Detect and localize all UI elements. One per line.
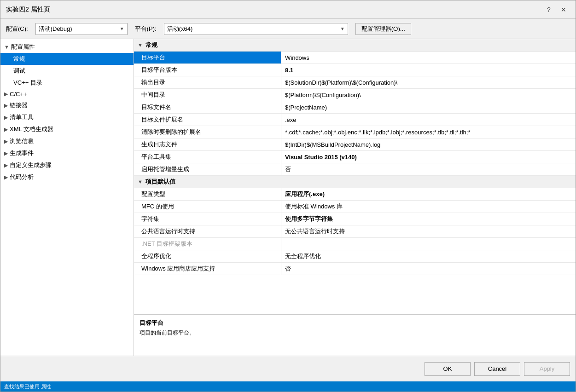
prop-name-managed-incr: 启用托管增量生成: [134, 163, 281, 175]
config-label: 配置(C):: [6, 25, 28, 33]
prop-value-inter-dir: $(Platform)\$(Configuration)\: [281, 89, 576, 101]
help-button[interactable]: ?: [542, 4, 555, 15]
prop-row-charset[interactable]: 字符集 使用多字节字符集: [134, 213, 576, 225]
desc-title: 目标平台: [140, 319, 570, 327]
sidebar-browse-label: 浏览信息: [10, 137, 34, 145]
prop-value-config-type: 应用程序(.exe): [281, 188, 576, 200]
desc-panel: 目标平台 项目的当前目标平台。: [134, 314, 576, 356]
prop-name-clr: 公共语言运行时支持: [134, 225, 281, 237]
prop-row-target-ext[interactable]: 目标文件扩展名 .exe: [134, 114, 576, 126]
prop-value-platform-toolset: Visual Studio 2015 (v140): [281, 151, 576, 163]
sidebar-code-analysis-label: 代码分析: [10, 173, 34, 181]
xml-expand-icon: ▶: [4, 127, 8, 133]
section-project-defaults[interactable]: ▼ 项目默认值: [134, 176, 576, 188]
sidebar-item-general[interactable]: 常规: [0, 53, 134, 65]
config-row: 配置(C): 活动(Debug) ▼ 平台(P): 活动(x64) ▼ 配置管理…: [0, 19, 576, 39]
prop-row-platform-version[interactable]: 目标平台版本 8.1: [134, 64, 576, 76]
prop-row-target-name[interactable]: 目标文件名 $(ProjectName): [134, 101, 576, 114]
sidebar: ▼ 配置属性 常规 调试 VC++ 目录 ▶ C/C++ ▶ 链接器 ▶: [0, 39, 134, 356]
dialog-window: 实验四2 属性页 ? ✕ 配置(C): 活动(Debug) ▼ 平台(P): 活…: [0, 0, 576, 392]
prop-name-mfc: MFC 的使用: [134, 201, 281, 213]
prop-value-output-dir: $(SolutionDir)$(Platform)\$(Configuratio…: [281, 76, 576, 88]
desc-text: 项目的当前目标平台。: [140, 329, 570, 337]
sidebar-item-linker[interactable]: ▶ 链接器: [0, 99, 134, 111]
prop-row-clr[interactable]: 公共语言运行时支持 无公共语言运行时支持: [134, 225, 576, 238]
platform-dropdown-value: 活动(x64): [167, 25, 193, 33]
prop-name-platform-toolset: 平台工具集: [134, 151, 281, 163]
sidebar-item-code-analysis[interactable]: ▶ 代码分析: [0, 171, 134, 183]
prop-row-clean-ext[interactable]: 清除时要删除的扩展名 *.cdf;*.cache;*.obj;*.obj.enc…: [134, 126, 576, 138]
config-dropdown-arrow: ▼: [120, 26, 124, 31]
sidebar-manifest-label: 清单工具: [10, 113, 34, 121]
apply-button[interactable]: Apply: [524, 362, 570, 376]
sidebar-item-custom-build[interactable]: ▶ 自定义生成步骤: [0, 159, 134, 171]
sidebar-item-vcpp[interactable]: VC++ 目录: [0, 77, 134, 89]
prop-name-lto: 全程序优化: [134, 250, 281, 262]
section-defaults-expand-icon: ▼: [138, 179, 143, 184]
main-content: ▼ 配置属性 常规 调试 VC++ 目录 ▶ C/C++ ▶ 链接器 ▶: [0, 39, 576, 356]
prop-value-target-platform: Windows: [281, 52, 576, 63]
property-table: ▼ 常规 目标平台 Windows 目标平台版本 8.1 输出目录 $(Solu…: [134, 39, 576, 314]
sidebar-cpp-label: C/C++: [10, 91, 27, 98]
right-panel: ▼ 常规 目标平台 Windows 目标平台版本 8.1 输出目录 $(Solu…: [134, 39, 576, 356]
prop-value-mfc: 使用标准 Windows 库: [281, 201, 576, 213]
prop-row-managed-incr[interactable]: 启用托管增量生成 否: [134, 163, 576, 176]
status-bar: 查找结果已使用 属性: [0, 381, 576, 392]
prop-name-inter-dir: 中间目录: [134, 89, 281, 101]
sidebar-root[interactable]: ▼ 配置属性: [0, 41, 134, 53]
prop-row-config-type[interactable]: 配置类型 应用程序(.exe): [134, 188, 576, 201]
config-dropdown[interactable]: 活动(Debug) ▼: [35, 23, 128, 35]
title-bar: 实验四2 属性页 ? ✕: [0, 0, 576, 19]
prop-row-winstore[interactable]: Windows 应用商店应用支持 否: [134, 263, 576, 275]
sidebar-item-xml[interactable]: ▶ XML 文档生成器: [0, 123, 134, 135]
prop-row-inter-dir[interactable]: 中间目录 $(Platform)\$(Configuration)\: [134, 89, 576, 101]
section-general[interactable]: ▼ 常规: [134, 39, 576, 52]
prop-value-lto: 无全程序优化: [281, 250, 576, 262]
code-analysis-expand-icon: ▶: [4, 174, 8, 180]
prop-row-dotnet[interactable]: .NET 目标框架版本: [134, 238, 576, 250]
browse-expand-icon: ▶: [4, 138, 8, 144]
prop-value-charset: 使用多字节字符集: [281, 213, 576, 225]
sidebar-item-browse[interactable]: ▶ 浏览信息: [0, 135, 134, 147]
prop-value-clr: 无公共语言运行时支持: [281, 225, 576, 237]
prop-row-platform-toolset[interactable]: 平台工具集 Visual Studio 2015 (v140): [134, 151, 576, 163]
prop-value-platform-version: 8.1: [281, 64, 576, 76]
close-button[interactable]: ✕: [557, 4, 570, 15]
platform-dropdown[interactable]: 活动(x64) ▼: [164, 23, 348, 35]
sidebar-custom-build-label: 自定义生成步骤: [10, 161, 52, 169]
section-defaults-label: 项目默认值: [145, 178, 175, 186]
prop-name-dotnet: .NET 目标框架版本: [134, 238, 281, 250]
prop-name-config-type: 配置类型: [134, 188, 281, 200]
sidebar-root-label: 配置属性: [11, 43, 35, 51]
prop-value-clean-ext: *.cdf;*.cache;*.obj;*.obj.enc;*.ilk;*.ip…: [281, 126, 576, 138]
prop-name-winstore: Windows 应用商店应用支持: [134, 263, 281, 275]
prop-row-output-dir[interactable]: 输出目录 $(SolutionDir)$(Platform)\$(Configu…: [134, 76, 576, 89]
manifest-expand-icon: ▶: [4, 115, 8, 121]
prop-name-build-log: 生成日志文件: [134, 138, 281, 150]
dialog-title: 实验四2 属性页: [6, 6, 50, 14]
root-expand-icon: ▼: [4, 44, 9, 50]
prop-value-dotnet: [281, 238, 576, 250]
cancel-button[interactable]: Cancel: [474, 362, 520, 376]
sidebar-linker-label: 链接器: [10, 101, 28, 110]
sidebar-item-debug[interactable]: 调试: [0, 65, 134, 77]
prop-row-mfc[interactable]: MFC 的使用 使用标准 Windows 库: [134, 201, 576, 213]
sidebar-item-label: 调试: [13, 67, 25, 74]
custom-build-expand-icon: ▶: [4, 162, 8, 168]
config-mgr-button[interactable]: 配置管理器(O)...: [355, 23, 411, 35]
sidebar-item-build-events[interactable]: ▶ 生成事件: [0, 147, 134, 159]
prop-row-build-log[interactable]: 生成日志文件 $(IntDir)$(MSBuildProjectName).lo…: [134, 138, 576, 151]
platform-label: 平台(P):: [135, 25, 157, 33]
prop-value-winstore: 否: [281, 263, 576, 275]
sidebar-item-cpp[interactable]: ▶ C/C++: [0, 89, 134, 99]
section-general-expand-icon: ▼: [138, 42, 143, 48]
prop-row-lto[interactable]: 全程序优化 无全程序优化: [134, 250, 576, 263]
prop-name-charset: 字符集: [134, 213, 281, 225]
sidebar-item-manifest[interactable]: ▶ 清单工具: [0, 111, 134, 123]
ok-button[interactable]: OK: [425, 362, 471, 376]
prop-row-target-platform[interactable]: 目标平台 Windows: [134, 52, 576, 64]
sidebar-xml-label: XML 文档生成器: [10, 125, 53, 133]
prop-name-target-ext: 目标文件扩展名: [134, 114, 281, 126]
prop-name-target-name: 目标文件名: [134, 101, 281, 113]
cpp-expand-icon: ▶: [4, 91, 8, 97]
